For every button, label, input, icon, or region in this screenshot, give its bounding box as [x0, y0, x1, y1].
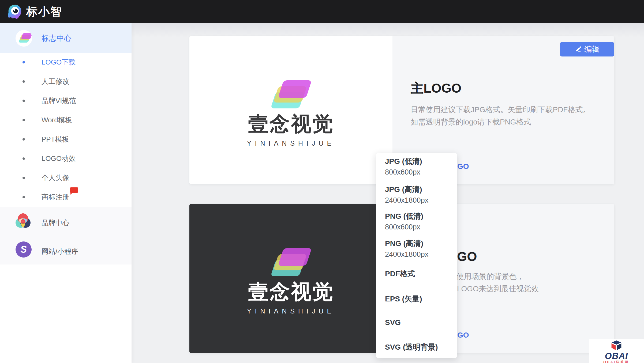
dropdown-item-pdf[interactable]: PDF格式: [385, 269, 415, 279]
dark-logo-desc-fragment-2: LOGO来达到最佳视觉效: [457, 284, 539, 294]
bullet-icon: [23, 157, 25, 160]
bullet-icon: [23, 119, 25, 121]
obai-cube-icon: [609, 340, 624, 351]
sidebar-section-logo-center[interactable]: 标志中心: [0, 23, 132, 53]
bullet-icon: [23, 196, 25, 198]
dropdown-item-svg-transparent[interactable]: SVG (透明背景): [385, 342, 438, 352]
logo-download-page: 标小智 标志中心 LOGO下载 人工修改 品牌VI规范 Word模板: [0, 0, 644, 363]
dark-logo-title-fragment: GO: [457, 249, 477, 264]
edit-button[interactable]: 编辑: [560, 42, 614, 56]
sidebar-item-trademark[interactable]: 商标注册: [0, 191, 132, 203]
sidebar-item-brand-center-label[interactable]: 品牌中心: [42, 218, 69, 228]
obai-caption: OBAI导航网: [589, 360, 644, 363]
pencil-icon: [575, 46, 582, 53]
download-format-dropdown: JPG (低清) 800x600px JPG (高清) 2400x1800px …: [376, 153, 457, 358]
sidebar-item-avatar[interactable]: 个人头像: [0, 172, 132, 184]
brand-center-icon: [15, 213, 31, 229]
sidebar-item-word-template[interactable]: Word模板: [0, 114, 132, 126]
dropdown-item-png-high[interactable]: PNG (高清) 2400x1800px: [385, 239, 428, 259]
sidebar-item-brand-vi[interactable]: 品牌VI规范: [0, 95, 132, 107]
mascot-logo-icon: [6, 3, 23, 20]
bullet-icon: [23, 138, 25, 141]
mini-mark-magenta: [21, 33, 32, 39]
bullet-icon: [23, 61, 25, 63]
dropdown-item-jpg-low[interactable]: JPG (低清) 800x600px: [385, 156, 422, 177]
bullet-icon: [23, 100, 25, 102]
edit-button-label: 编辑: [585, 44, 600, 54]
logo-mark-magenta: [278, 248, 312, 266]
brand-name: 标小智: [26, 4, 62, 19]
trademark-red-badge: [70, 187, 78, 193]
bullet-icon: [23, 80, 25, 83]
dropdown-item-svg[interactable]: SVG: [385, 317, 401, 328]
logo-name-latin: YINIANSHIJUE: [189, 139, 392, 147]
header-shadow-gradient: [132, 23, 644, 37]
sidebar-item-manual-edit[interactable]: 人工修改: [0, 75, 132, 87]
obai-name: OBAI: [589, 352, 644, 360]
main-logo-title: 主LOGO: [411, 80, 461, 97]
logo-center-icon: [16, 30, 32, 47]
dark-logo-desc-fragment-1: 使用场景的背景色，: [456, 271, 524, 282]
sidebar: 标志中心 LOGO下载 人工修改 品牌VI规范 Word模板 PPT模板 LOG…: [0, 23, 132, 363]
logo-name-cn: 壹念视觉: [189, 111, 392, 138]
sidebar-item-website-label[interactable]: 网站/小程序: [42, 247, 78, 256]
website-s-icon: S: [16, 241, 32, 258]
sidebar-item-logo-download[interactable]: LOGO下载: [0, 56, 132, 68]
sidebar-label-logo-center: 标志中心: [42, 23, 72, 53]
top-header-bar: 标小智: [0, 0, 644, 23]
dropdown-item-eps[interactable]: EPS (矢量): [385, 294, 422, 304]
dropdown-item-png-low[interactable]: PNG (低清) 800x600px: [385, 211, 423, 232]
logo-preview-dark: 壹念视觉 YINIANSHIJUE: [189, 204, 392, 353]
dropdown-item-jpg-high[interactable]: JPG (高清) 2400x1800px: [385, 184, 428, 205]
logo-mark-magenta: [278, 80, 312, 98]
main-logo-description: 日常使用建议下载JPG格式。矢量印刷下载PDF格式。 如需透明背景的logo请下…: [411, 104, 590, 128]
bullet-icon: [23, 177, 25, 179]
obai-watermark: OBAI OBAI导航网: [589, 339, 644, 363]
sidebar-item-logo-animation[interactable]: LOGO动效: [0, 153, 132, 164]
logo-preview-white: 壹念视觉 YINIANSHIJUE: [189, 36, 392, 184]
logo-name-latin: YINIANSHIJUE: [189, 307, 392, 315]
logo-name-cn: 壹念视觉: [189, 278, 392, 306]
sidebar-item-ppt-template[interactable]: PPT模板: [0, 133, 132, 145]
